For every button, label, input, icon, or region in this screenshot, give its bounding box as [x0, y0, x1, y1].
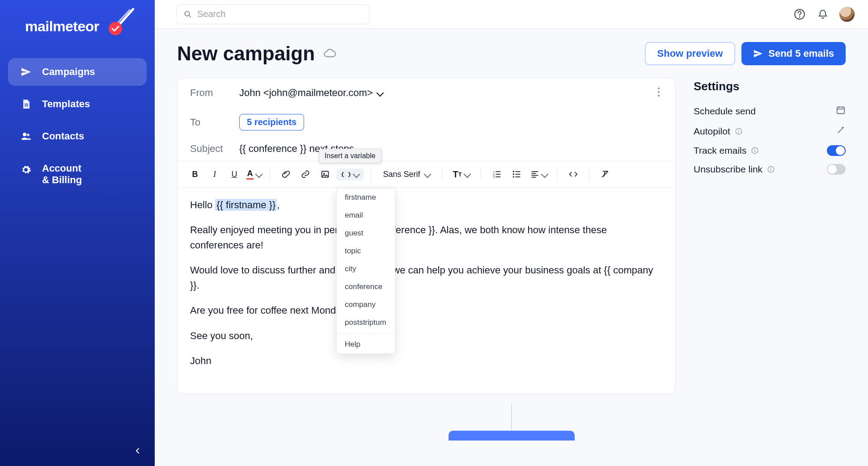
show-preview-button[interactable]: Show preview: [645, 42, 736, 65]
notifications-button[interactable]: [816, 8, 830, 21]
bullet-list-button[interactable]: [508, 166, 525, 183]
resize-handle[interactable]: [511, 404, 512, 431]
link-button[interactable]: [297, 166, 314, 183]
sidebar-item-label: Contacts: [42, 130, 84, 142]
compose-more-button[interactable]: [655, 84, 663, 101]
font-family-label: Sans Serif: [383, 170, 420, 179]
sidebar-item-templates[interactable]: Templates: [8, 90, 147, 118]
editor-toolbar: B I U A: [178, 161, 675, 188]
schedule-send-label: Schedule send: [694, 106, 756, 117]
svg-point-43: [771, 167, 771, 168]
svg-rect-31: [837, 107, 845, 114]
svg-rect-2: [25, 105, 28, 106]
unsubscribe-link-toggle[interactable]: [827, 164, 846, 175]
chevron-down-icon: [376, 89, 384, 97]
to-label: To: [190, 117, 227, 128]
sidebar-item-campaigns[interactable]: Campaigns: [8, 58, 147, 86]
sidebar-collapse-button[interactable]: [131, 444, 145, 458]
code-button[interactable]: [565, 166, 582, 183]
send-icon: [753, 49, 763, 59]
settings-title: Settings: [694, 80, 846, 93]
font-family-dropdown[interactable]: Sans Serif: [378, 170, 434, 179]
send-emails-button[interactable]: Send 5 emails: [741, 42, 846, 65]
search-box[interactable]: [176, 4, 369, 24]
recipients-pill[interactable]: 5 recipients: [239, 114, 304, 130]
track-emails-toggle[interactable]: [827, 145, 846, 156]
text-size-button[interactable]: TT: [449, 166, 474, 183]
send-emails-label: Send 5 emails: [768, 48, 834, 59]
variable-dropdown: firstname email guest topic city confere…: [336, 188, 395, 354]
people-icon: [21, 131, 31, 142]
svg-text:3: 3: [493, 176, 494, 178]
info-icon: [751, 147, 759, 155]
sidebar-item-label: Templates: [42, 98, 90, 110]
brand-name: mailmeteor: [25, 18, 99, 35]
svg-point-11: [658, 95, 660, 97]
svg-point-10: [658, 91, 660, 93]
attach-button[interactable]: [277, 166, 294, 183]
avatar[interactable]: [839, 7, 855, 22]
body-paragraph: Really enjoyed meeting you in person at …: [190, 223, 663, 253]
link-icon: [301, 170, 310, 179]
bottom-action-bar[interactable]: [449, 431, 575, 441]
variable-option-email[interactable]: email: [337, 206, 395, 224]
variable-help[interactable]: Help: [337, 336, 395, 353]
chevron-down-icon: [255, 171, 263, 178]
sidebar-item-contacts[interactable]: Contacts: [8, 122, 147, 150]
magic-wand-icon: [836, 125, 846, 135]
svg-point-21: [512, 173, 514, 175]
variable-option-firstname[interactable]: firstname: [337, 189, 395, 206]
variable-option-company[interactable]: company: [337, 296, 395, 314]
image-button[interactable]: [317, 166, 334, 183]
svg-point-3: [23, 133, 26, 136]
braces-icon: { }: [341, 171, 351, 178]
from-value: John <john@mailmeteor.com>: [239, 87, 373, 99]
body-paragraph: Would love to discuss further and explai…: [190, 263, 663, 293]
help-icon: [794, 8, 805, 20]
dots-vertical-icon: [657, 87, 660, 97]
variable-option-poststriptum[interactable]: poststriptum: [337, 314, 395, 332]
variable-option-topic[interactable]: topic: [337, 242, 395, 260]
bold-button[interactable]: B: [186, 166, 203, 183]
body-signature: John: [190, 353, 663, 369]
svg-point-20: [512, 171, 514, 172]
info-icon: [735, 127, 743, 135]
clear-format-icon: [601, 170, 610, 179]
numbered-list-button[interactable]: 123: [488, 166, 505, 183]
svg-point-8: [799, 17, 800, 18]
help-button[interactable]: [793, 8, 806, 21]
svg-point-22: [512, 176, 514, 177]
compose-card: From John <john@mailmeteor.com> To 5 rec…: [177, 78, 676, 394]
align-button[interactable]: [528, 166, 550, 183]
email-body[interactable]: Hello {{ firstname }}, Really enjoyed me…: [178, 188, 675, 394]
svg-point-5: [185, 11, 190, 16]
variable-option-guest[interactable]: guest: [337, 224, 395, 242]
from-label: From: [190, 87, 227, 99]
insert-variable-button[interactable]: { }: [336, 168, 364, 181]
variable-tag-firstname[interactable]: {{ firstname }}: [215, 199, 277, 211]
topbar: [155, 0, 868, 29]
file-icon: [21, 99, 31, 109]
search-input[interactable]: [197, 9, 362, 19]
variable-option-conference[interactable]: conference: [337, 278, 395, 296]
italic-button[interactable]: I: [206, 166, 223, 183]
chevron-down-icon: [541, 171, 548, 178]
body-paragraph: See you soon,: [190, 328, 663, 344]
clear-format-button[interactable]: [597, 166, 614, 183]
settings-panel: Settings Schedule send Autopilot: [694, 78, 846, 394]
variable-option-city[interactable]: city: [337, 260, 395, 278]
align-left-icon: [530, 170, 539, 179]
svg-rect-1: [25, 104, 28, 105]
chevron-down-icon: [463, 171, 471, 178]
unsubscribe-link-label: Unsubscribe link: [694, 164, 775, 175]
from-dropdown[interactable]: John <john@mailmeteor.com>: [239, 87, 383, 99]
schedule-send-button[interactable]: [836, 105, 846, 117]
cloud-sync-icon: [324, 47, 336, 60]
body-text: ,: [277, 199, 279, 210]
sidebar-item-label: Campaigns: [42, 66, 95, 78]
underline-button[interactable]: U: [226, 166, 243, 183]
brand-logo[interactable]: mailmeteor: [0, 13, 155, 58]
autopilot-button[interactable]: [836, 125, 846, 137]
text-color-button[interactable]: A: [246, 166, 263, 183]
sidebar-item-account[interactable]: Account & Billing: [8, 155, 147, 194]
